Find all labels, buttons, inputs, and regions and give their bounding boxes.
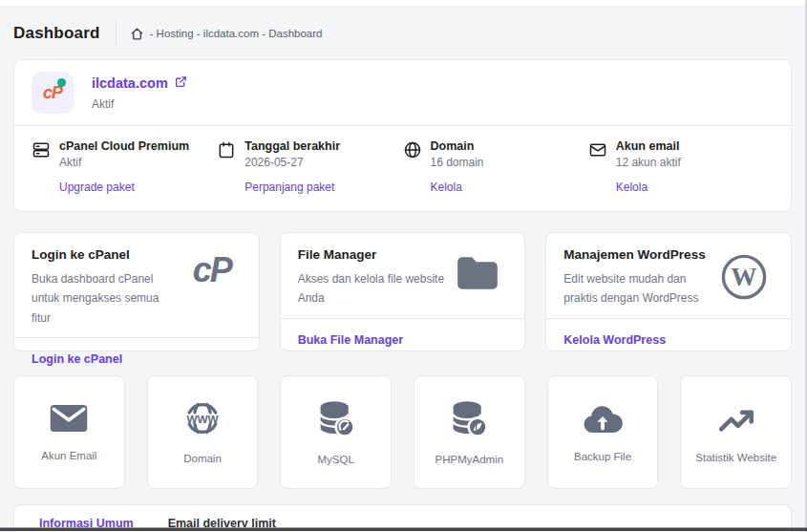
dashboard-page: Dashboard - Hosting - ilcdata.com - Dash… xyxy=(0,6,805,532)
mail-icon xyxy=(49,403,89,437)
plan-status: Aktif xyxy=(59,156,189,169)
page-title: Dashboard xyxy=(13,24,100,43)
breadcrumb[interactable]: - Hosting - ilcdata.com - Dashboard xyxy=(130,27,323,41)
info-plan: cPanel Cloud Premium Aktif Upgrade paket xyxy=(32,139,217,194)
info-expiry: Tanggal berakhir 2026-05-27 Perpanjang p… xyxy=(217,139,402,194)
svg-text:WWW: WWW xyxy=(186,413,219,425)
site-domain-link[interactable]: ilcdata.com xyxy=(92,75,168,91)
tile-phpmyadmin[interactable]: PHPMyAdmin xyxy=(414,375,525,489)
tile-label: Akun Email xyxy=(41,450,96,461)
calendar-icon xyxy=(217,139,236,194)
cpanel-logo-icon: cP xyxy=(182,247,242,328)
card-description: Edit website mudah dan praktis dengan Wo… xyxy=(563,269,711,309)
cloud-upload-icon xyxy=(581,402,625,438)
renew-plan-link[interactable]: Perpanjang paket xyxy=(244,181,340,194)
database-php-icon xyxy=(448,399,490,441)
tile-label: Domain xyxy=(183,453,222,464)
expiry-label: Tanggal berakhir xyxy=(244,139,340,153)
globe-icon xyxy=(403,139,422,194)
plan-label: cPanel Cloud Premium xyxy=(59,139,189,153)
manage-email-link[interactable]: Kelola xyxy=(616,181,681,194)
page-header: Dashboard - Hosting - ilcdata.com - Dash… xyxy=(13,6,792,59)
database-gauge-icon xyxy=(315,399,357,441)
upgrade-plan-link[interactable]: Upgrade paket xyxy=(59,181,189,194)
breadcrumb-text: - Hosting - ilcdata.com - Dashboard xyxy=(150,28,323,39)
info-domain: Domain 16 domain Kelola xyxy=(403,139,588,194)
card-description: Buka dashboard cPanel untuk mengakses se… xyxy=(32,269,180,328)
folder-icon xyxy=(448,247,507,309)
home-icon[interactable] xyxy=(130,27,144,41)
info-email: Akun email 12 akun aktif Kelola xyxy=(588,139,774,194)
card-title: Manajemen WordPress xyxy=(563,247,711,262)
card-title: Login ke cPanel xyxy=(32,247,180,262)
domain-label: Domain xyxy=(431,139,484,153)
tile-statistik-website[interactable]: Statistik Website xyxy=(680,375,792,489)
email-label: Akun email xyxy=(616,139,681,153)
trend-up-icon xyxy=(716,401,756,439)
email-count: 12 akun aktif xyxy=(616,156,681,169)
window-bottom-bar xyxy=(0,527,807,531)
card-description: Akses dan kelola file website Anda xyxy=(298,269,446,309)
tile-label: Backup File xyxy=(574,451,631,462)
wordpress-card: Manajemen WordPress Edit website mudah d… xyxy=(545,232,792,351)
site-header: cP ilcdata.com Aktif xyxy=(14,60,791,125)
site-status: Aktif xyxy=(92,97,187,111)
svg-text:W: W xyxy=(731,263,756,291)
plan-info-row: cPanel Cloud Premium Aktif Upgrade paket… xyxy=(14,126,791,211)
action-cards-row: Login ke cPanel Buka dashboard cPanel un… xyxy=(13,232,792,351)
open-file-manager-link[interactable]: Buka File Manager xyxy=(298,333,403,347)
cpanel-site-logo-icon: cP xyxy=(32,72,74,114)
manage-wordpress-link[interactable]: Kelola WordPress xyxy=(563,333,666,347)
header-divider xyxy=(116,21,117,46)
manage-domain-link[interactable]: Kelola xyxy=(431,181,484,194)
domain-count: 16 domain xyxy=(431,156,484,169)
tile-mysql[interactable]: MySQL xyxy=(280,375,392,489)
external-link-icon[interactable] xyxy=(175,74,187,92)
tile-domain[interactable]: WWW Domain xyxy=(147,375,259,489)
card-title: File Manager xyxy=(298,247,446,262)
status-dot xyxy=(57,78,66,87)
cpanel-login-link[interactable]: Login ke cPanel xyxy=(32,352,122,366)
tile-backup-file[interactable]: Backup File xyxy=(547,375,659,489)
quick-access-tiles: Akun Email WWW Domain xyxy=(13,375,792,489)
expiry-date: 2026-05-27 xyxy=(244,156,340,169)
file-manager-card: File Manager Akses dan kelola file websi… xyxy=(280,232,526,351)
tile-label: Statistik Website xyxy=(695,452,776,463)
wordpress-logo-icon: W xyxy=(714,247,774,309)
tile-label: PHPMyAdmin xyxy=(435,454,504,465)
tile-label: MySQL xyxy=(318,454,354,465)
mail-icon xyxy=(588,139,607,194)
cpanel-login-card: Login ke cPanel Buka dashboard cPanel un… xyxy=(13,232,260,351)
www-globe-icon: WWW xyxy=(182,400,223,440)
server-icon xyxy=(32,139,51,194)
site-summary-card: cP ilcdata.com Aktif xyxy=(13,59,792,212)
tile-akun-email[interactable]: Akun Email xyxy=(13,375,125,489)
